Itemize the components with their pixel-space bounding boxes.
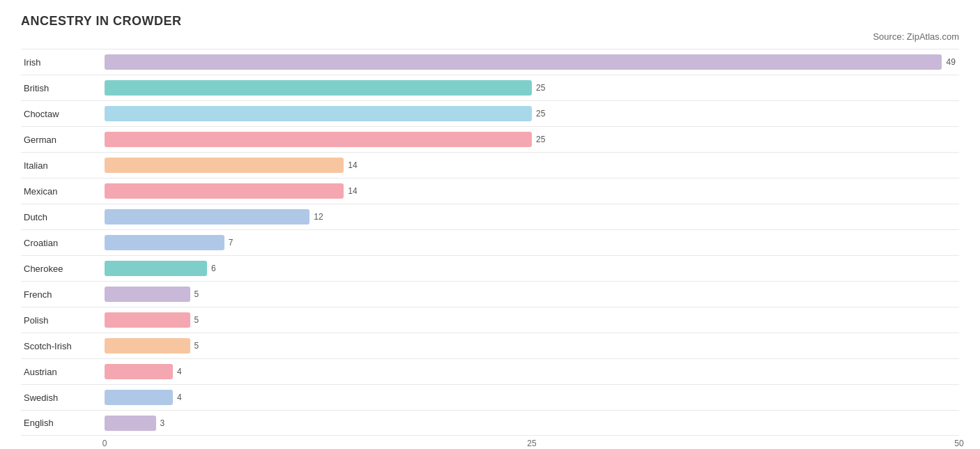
bar-label: Dutch: [21, 212, 105, 222]
bar-label: Polish: [21, 315, 105, 326]
x-axis-tick: 0: [102, 439, 107, 448]
bar-row: Irish49: [21, 49, 959, 75]
bar: [105, 390, 173, 405]
bar-row: Italian14: [21, 152, 959, 178]
bar-label: Cherokee: [21, 264, 105, 274]
bar-value-label: 3: [160, 418, 165, 428]
bar: [105, 209, 309, 224]
bar-label: British: [21, 83, 105, 93]
bar-value-label: 5: [194, 315, 199, 325]
bar-value-label: 5: [194, 289, 199, 299]
bar: [105, 80, 532, 96]
bar-value-label: 14: [348, 186, 357, 196]
bar: [105, 183, 344, 199]
bar: [105, 338, 190, 353]
bar-row: Scotch-Irish5: [21, 333, 959, 358]
bar-label: Mexican: [21, 186, 105, 197]
bar-label: Italian: [21, 160, 105, 171]
bar-container: 12: [105, 209, 959, 224]
bar-container: 5: [105, 287, 959, 302]
bar: [105, 364, 173, 379]
bar-container: 5: [105, 312, 959, 328]
bar: [105, 132, 532, 147]
bar: [105, 261, 207, 276]
bar: [105, 416, 156, 431]
bar: [105, 312, 190, 328]
bar-value-label: 25: [536, 109, 545, 119]
bar-container: 14: [105, 183, 959, 199]
bar-row: Dutch12: [21, 204, 959, 229]
x-axis-tick: 25: [527, 439, 536, 448]
bar-value-label: 12: [314, 212, 323, 222]
chart-area: Irish49British25Choctaw25German25Italian…: [21, 49, 959, 436]
bar-row: Swedish4: [21, 384, 959, 410]
bar-container: 25: [105, 80, 959, 96]
bar-row: German25: [21, 126, 959, 152]
bar-container: 14: [105, 158, 959, 173]
bar-label: German: [21, 135, 105, 145]
bar-label: Irish: [21, 57, 105, 68]
bar-container: 4: [105, 390, 959, 405]
x-axis-tick: 50: [954, 439, 963, 448]
bar-row: Croatian7: [21, 229, 959, 255]
bar: [105, 158, 344, 173]
bar-value-label: 4: [177, 367, 182, 376]
bar-value-label: 14: [348, 160, 357, 170]
bar-row: Cherokee6: [21, 255, 959, 281]
bar-row: Choctaw25: [21, 100, 959, 126]
bar: [105, 287, 190, 302]
bar-value-label: 4: [177, 393, 182, 402]
bar-value-label: 25: [536, 135, 545, 144]
bar-label: Swedish: [21, 393, 105, 403]
bar-label: English: [21, 418, 105, 428]
bar-label: Scotch-Irish: [21, 341, 105, 351]
bar-container: 6: [105, 261, 959, 276]
bar-container: 7: [105, 235, 959, 250]
bar-value-label: 6: [211, 264, 216, 273]
bar-container: 4: [105, 364, 959, 379]
bar-value-label: 7: [229, 238, 233, 248]
bar-container: 25: [105, 106, 959, 121]
source-label: Source: ZipAtlas.com: [21, 31, 959, 42]
bar-value-label: 49: [946, 57, 955, 67]
bar-label: Austrian: [21, 367, 105, 377]
bar-value-label: 5: [194, 341, 199, 351]
bar-row: Polish5: [21, 307, 959, 333]
page-title: ANCESTRY IN CROWDER: [21, 14, 959, 29]
bar-container: 3: [105, 416, 959, 431]
bar: [105, 54, 942, 70]
bar-label: Croatian: [21, 238, 105, 248]
bar-row: British25: [21, 75, 959, 100]
bar-row: French5: [21, 281, 959, 307]
bar: [105, 106, 532, 121]
bar-row: Mexican14: [21, 178, 959, 204]
bar-row: Austrian4: [21, 358, 959, 384]
bar-container: 25: [105, 132, 959, 147]
bar-value-label: 25: [536, 83, 545, 93]
bar-container: 49: [105, 54, 959, 70]
bar-container: 5: [105, 338, 959, 353]
bar-label: Choctaw: [21, 109, 105, 119]
bar-label: French: [21, 289, 105, 300]
bar: [105, 235, 224, 250]
bar-row: English3: [21, 410, 959, 436]
